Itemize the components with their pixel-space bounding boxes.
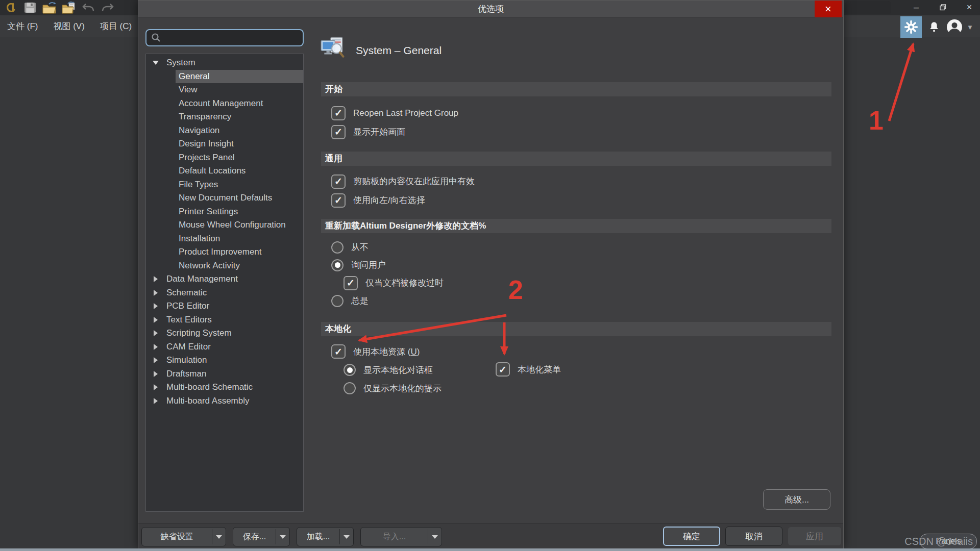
- tree-item-text-editors[interactable]: Text Editors: [146, 313, 303, 327]
- footer-button-保存[interactable]: 保存...: [233, 527, 290, 546]
- dialog-titlebar[interactable]: 优选项 ×: [138, 1, 843, 17]
- radio-询问用户[interactable]: [331, 259, 344, 271]
- tree-item-file-types[interactable]: File Types: [146, 178, 303, 192]
- search-box[interactable]: [145, 29, 304, 46]
- chevron-down-icon[interactable]: [340, 535, 353, 539]
- restore-button[interactable]: [936, 1, 949, 14]
- checkbox-使用本地资源-u[interactable]: ✓: [331, 344, 346, 359]
- collapsed-triangle-icon[interactable]: [154, 384, 158, 390]
- tree-item-mouse-wheel-configuration[interactable]: Mouse Wheel Configuration: [146, 218, 303, 232]
- close-window-button[interactable]: ×: [963, 1, 976, 14]
- option-row-本地化菜单[interactable]: ✓本地化菜单: [496, 362, 561, 377]
- cancel-button[interactable]: 取消: [725, 527, 782, 546]
- tree-item-navigation[interactable]: Navigation: [146, 124, 303, 138]
- system-general-icon: [320, 36, 345, 62]
- minimize-button[interactable]: –: [910, 1, 923, 14]
- menu-item-文件-f[interactable]: 文件 (F): [7, 20, 38, 32]
- tree-item-installation[interactable]: Installation: [146, 232, 303, 246]
- option-row-使用本地资源-u[interactable]: ✓使用本地资源 (U): [331, 342, 648, 361]
- tree-item-label: General: [176, 70, 303, 83]
- expanded-triangle-icon[interactable]: [153, 61, 159, 65]
- checkbox-本地化菜单[interactable]: ✓: [496, 362, 510, 377]
- tree-item-label: Simulation: [163, 354, 303, 367]
- chevron-down-icon[interactable]: [428, 535, 442, 539]
- menu-item-视图-v[interactable]: 视图 (V): [53, 20, 84, 32]
- tree-item-general[interactable]: General: [146, 70, 303, 84]
- tree-item-system[interactable]: System: [146, 56, 303, 70]
- ok-button[interactable]: 确定: [663, 527, 720, 546]
- radio-从不[interactable]: [331, 241, 344, 254]
- undo-icon: [81, 1, 96, 14]
- tree-item-default-locations[interactable]: Default Locations: [146, 164, 303, 178]
- option-row-从不[interactable]: 从不: [331, 238, 648, 256]
- collapsed-triangle-icon[interactable]: [154, 317, 158, 323]
- tree-item-printer-settings[interactable]: Printer Settings: [146, 205, 303, 219]
- tree-item-label: Transparency: [176, 110, 303, 123]
- chevron-down-icon[interactable]: [276, 535, 289, 539]
- search-input[interactable]: [165, 33, 298, 42]
- option-row-仅当文档被修改过时[interactable]: ✓仅当文档被修改过时: [331, 274, 648, 292]
- checkbox-剪贴板的内容仅在此应用中有效[interactable]: ✓: [331, 174, 346, 189]
- checkbox-使用向左-向右选择[interactable]: ✓: [331, 193, 346, 208]
- section-header-localization: 本地化: [321, 322, 831, 336]
- option-row-使用向左-向右选择[interactable]: ✓使用向左/向右选择: [331, 191, 648, 210]
- tree-item-multi-board-schematic[interactable]: Multi-board Schematic: [146, 381, 303, 394]
- chevron-down-icon[interactable]: ▼: [967, 23, 973, 31]
- tree-item-simulation[interactable]: Simulation: [146, 354, 303, 367]
- section-header-reload: 重新加载Altium Designer外修改的文档%: [321, 219, 831, 233]
- tree-item-label: Projects Panel: [176, 151, 303, 164]
- checkbox-reopen-last-project-group[interactable]: ✓: [331, 106, 346, 120]
- tree-item-cam-editor[interactable]: CAM Editor: [146, 340, 303, 354]
- chevron-down-icon[interactable]: [212, 535, 226, 539]
- bottom-edge-strip: [0, 548, 980, 551]
- option-label: 仅显示本地化的提示: [363, 383, 442, 394]
- dialog-close-button[interactable]: ×: [815, 1, 842, 17]
- option-row-剪贴板的内容仅在此应用中有效[interactable]: ✓剪贴板的内容仅在此应用中有效: [331, 172, 648, 191]
- radio-总是[interactable]: [331, 295, 344, 307]
- bell-button[interactable]: [926, 19, 942, 35]
- tree-item-network-activity[interactable]: Network Activity: [146, 259, 303, 273]
- collapsed-triangle-icon[interactable]: [154, 290, 158, 296]
- gear-button[interactable]: [900, 16, 922, 38]
- tree-item-account-management[interactable]: Account Management: [146, 97, 303, 111]
- open-document-icon[interactable]: [61, 1, 77, 14]
- collapsed-triangle-icon[interactable]: [154, 344, 158, 350]
- tree-item-multi-board-assembly[interactable]: Multi-board Assembly: [146, 394, 303, 408]
- option-row-reopen-last-project-group[interactable]: ✓Reopen Last Project Group: [331, 104, 648, 122]
- tree-item-schematic[interactable]: Schematic: [146, 286, 303, 300]
- tree-item-transparency[interactable]: Transparency: [146, 110, 303, 124]
- tree-item-scripting-system[interactable]: Scripting System: [146, 327, 303, 340]
- radio-仅显示本地化的提示[interactable]: [344, 382, 356, 394]
- menu-item-项目-c[interactable]: 项目 (C): [100, 20, 132, 32]
- advanced-button[interactable]: 高级...: [763, 489, 830, 510]
- footer-button-缺省设置[interactable]: 缺省设置: [141, 527, 226, 546]
- option-row-总是[interactable]: 总是: [331, 292, 648, 310]
- tree-item-projects-panel[interactable]: Projects Panel: [146, 151, 303, 165]
- tree-item-pcb-editor[interactable]: PCB Editor: [146, 299, 303, 313]
- section-items-reload: 从不询问用户✓仅当文档被修改过时总是: [331, 238, 648, 310]
- tree-item-product-improvement[interactable]: Product Improvement: [146, 245, 303, 259]
- option-row-询问用户[interactable]: 询问用户: [331, 256, 648, 274]
- collapsed-triangle-icon[interactable]: [154, 357, 158, 363]
- option-row-仅显示本地化的提示[interactable]: 仅显示本地化的提示: [331, 379, 648, 397]
- option-row-显示开始画面[interactable]: ✓显示开始画面: [331, 122, 648, 141]
- collapsed-triangle-icon[interactable]: [154, 276, 158, 282]
- collapsed-triangle-icon[interactable]: [154, 303, 158, 309]
- save-icon[interactable]: [22, 1, 38, 14]
- option-row-显示本地化对话框[interactable]: 显示本地化对话框: [331, 361, 648, 379]
- checkbox-显示开始画面[interactable]: ✓: [331, 125, 346, 139]
- open-folder-icon[interactable]: [42, 1, 57, 14]
- tree-item-design-insight[interactable]: Design Insight: [146, 137, 303, 151]
- tree-item-draftsman[interactable]: Draftsman: [146, 367, 303, 381]
- tree-item-new-document-defaults[interactable]: New Document Defaults: [146, 191, 303, 205]
- checkbox-仅当文档被修改过时[interactable]: ✓: [344, 276, 358, 290]
- radio-显示本地化对话框[interactable]: [344, 364, 356, 376]
- avatar[interactable]: [946, 19, 963, 35]
- footer-button-加载[interactable]: 加载...: [297, 527, 354, 546]
- tree-item-view[interactable]: View: [146, 83, 303, 97]
- collapsed-triangle-icon[interactable]: [154, 398, 158, 404]
- collapsed-triangle-icon[interactable]: [154, 330, 158, 336]
- option-label: 剪贴板的内容仅在此应用中有效: [353, 176, 475, 187]
- tree-item-data-management[interactable]: Data Management: [146, 272, 303, 286]
- collapsed-triangle-icon[interactable]: [154, 371, 158, 377]
